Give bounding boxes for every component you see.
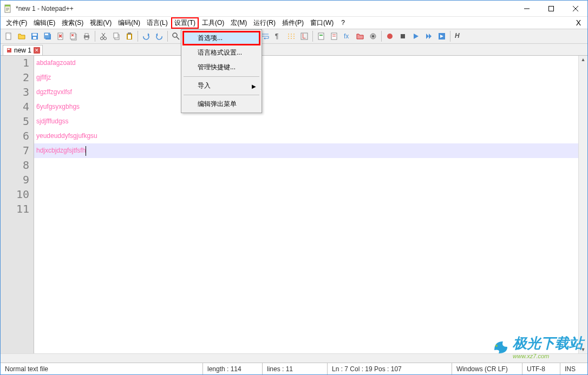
line-number: 9: [1, 173, 29, 187]
tab-label: new 1: [14, 47, 31, 54]
func-list-icon[interactable]: fx: [341, 30, 353, 42]
menu-tools[interactable]: 工具(O): [199, 17, 227, 29]
code-editor[interactable]: abdafagzoatdgjflfjzdgzffzgvxlfsf6yufgsyx…: [34, 56, 578, 353]
code-line[interactable]: hdjxcbjdzgfsjtfsfh: [34, 143, 578, 158]
menu-shortcut-mapper[interactable]: 管理快捷键...: [182, 60, 260, 75]
svg-rect-6: [548, 6, 553, 11]
save-icon[interactable]: [29, 30, 41, 42]
svg-point-30: [104, 37, 107, 40]
doc-map-icon[interactable]: [315, 30, 327, 42]
close-all-icon[interactable]: [68, 30, 80, 42]
code-line[interactable]: yeudeuddyfsgjufkgsu: [34, 129, 578, 143]
menu-settings[interactable]: 设置(T): [171, 17, 199, 29]
status-encoding[interactable]: UTF-8: [522, 363, 560, 374]
menu-macro[interactable]: 宏(M): [227, 17, 250, 29]
menu-help[interactable]: ?: [337, 18, 349, 28]
cut-icon[interactable]: [97, 30, 109, 42]
undo-icon[interactable]: [140, 30, 152, 42]
minimize-button[interactable]: [514, 1, 539, 16]
menu-separator: [184, 76, 259, 77]
paste-icon[interactable]: [123, 30, 135, 42]
tab-new1[interactable]: new 1 ✕: [3, 45, 43, 55]
svg-rect-26: [85, 37, 88, 40]
svg-rect-1: [5, 5, 10, 6]
code-line[interactable]: [34, 158, 578, 173]
line-number: 10: [1, 187, 29, 202]
scroll-up-icon[interactable]: ▲: [579, 56, 587, 63]
menu-import[interactable]: 导入▶: [182, 78, 260, 93]
line-number: 1: [1, 56, 29, 70]
code-line[interactable]: gjflfjz: [34, 70, 578, 85]
menu-view[interactable]: 视图(V): [87, 17, 115, 29]
stop-macro-icon[interactable]: [397, 30, 409, 42]
spellcheck-icon[interactable]: H: [453, 30, 465, 42]
line-number: 7: [1, 143, 29, 158]
menu-run[interactable]: 运行(R): [250, 17, 279, 29]
menu-encoding[interactable]: 编码(N): [115, 17, 143, 29]
code-line[interactable]: sjdjfffudgss: [34, 114, 578, 129]
menu-preferences[interactable]: 首选项...: [182, 31, 260, 45]
status-insert-mode[interactable]: INS: [560, 363, 587, 374]
vertical-scrollbar[interactable]: ▲ ▼: [578, 56, 587, 353]
code-line[interactable]: [34, 173, 578, 187]
open-folder-icon[interactable]: [16, 30, 28, 42]
print-icon[interactable]: [81, 30, 93, 42]
svg-rect-25: [85, 34, 88, 36]
status-eol[interactable]: Windows (CR LF): [452, 363, 522, 374]
new-file-icon[interactable]: [3, 30, 15, 42]
doc-list-icon[interactable]: [328, 30, 340, 42]
menu-edit-popup[interactable]: 编辑弹出菜单: [182, 97, 260, 111]
svg-line-39: [177, 37, 179, 40]
line-number: 11: [1, 202, 29, 216]
maximize-button[interactable]: [539, 1, 563, 16]
monitor-icon[interactable]: [367, 30, 379, 42]
app-icon: [4, 4, 12, 13]
indent-guide-icon[interactable]: [285, 30, 297, 42]
scroll-down-icon[interactable]: ▼: [579, 346, 587, 353]
toolbar: ¶ L fx H: [1, 29, 587, 44]
save-all-icon[interactable]: [42, 30, 54, 42]
menu-style-configurator[interactable]: 语言格式设置...: [182, 45, 260, 60]
status-length: length : 114: [203, 363, 263, 374]
menu-language[interactable]: 语言(L): [143, 17, 171, 29]
play-macro-icon[interactable]: [410, 30, 422, 42]
status-lines: lines : 11: [263, 363, 328, 374]
code-line[interactable]: [34, 202, 578, 216]
close-file-icon[interactable]: [55, 30, 67, 42]
copy-icon[interactable]: [110, 30, 122, 42]
window-title: *new 1 - Notepad++: [16, 5, 514, 12]
code-line[interactable]: dgzffzgvxlfsf: [34, 85, 578, 100]
svg-text:fx: fx: [344, 32, 349, 40]
menubar-close-icon[interactable]: X: [572, 18, 585, 27]
svg-rect-80: [8, 49, 10, 50]
menu-file[interactable]: 文件(F): [3, 17, 30, 29]
code-line[interactable]: 6yufgsyxgbhgs: [34, 100, 578, 114]
code-line[interactable]: abdafagzoatd: [34, 56, 578, 70]
redo-icon[interactable]: [153, 30, 165, 42]
menu-plugins[interactable]: 插件(P): [279, 17, 307, 29]
line-number: 5: [1, 114, 29, 129]
menubar: 文件(F) 编辑(E) 搜索(S) 视图(V) 编码(N) 语言(L) 设置(T…: [1, 17, 587, 29]
tab-close-icon[interactable]: ✕: [34, 47, 40, 54]
save-macro-icon[interactable]: [436, 30, 448, 42]
code-line[interactable]: [34, 187, 578, 202]
folder-workspace-icon[interactable]: [354, 30, 366, 42]
find-icon[interactable]: [170, 30, 182, 42]
record-macro-icon[interactable]: [384, 30, 396, 42]
menu-window[interactable]: 窗口(W): [307, 17, 337, 29]
submenu-arrow-icon: ▶: [252, 83, 256, 89]
statusbar: Normal text file length : 114 lines : 11…: [1, 363, 587, 374]
horizontal-scrollbar[interactable]: [1, 353, 587, 363]
svg-rect-12: [32, 34, 37, 36]
show-all-chars-icon[interactable]: ¶: [272, 30, 284, 42]
status-filetype: Normal text file: [1, 363, 203, 374]
menu-edit[interactable]: 编辑(E): [30, 17, 58, 29]
svg-rect-32: [114, 33, 118, 38]
svg-point-70: [372, 35, 374, 37]
close-button[interactable]: [563, 1, 587, 16]
user-lang-icon[interactable]: L: [298, 30, 310, 42]
play-multi-icon[interactable]: [423, 30, 435, 42]
menu-search[interactable]: 搜索(S): [58, 17, 87, 29]
status-position: Ln : 7 Col : 19 Pos : 107: [328, 363, 452, 374]
svg-text:H: H: [455, 32, 460, 40]
